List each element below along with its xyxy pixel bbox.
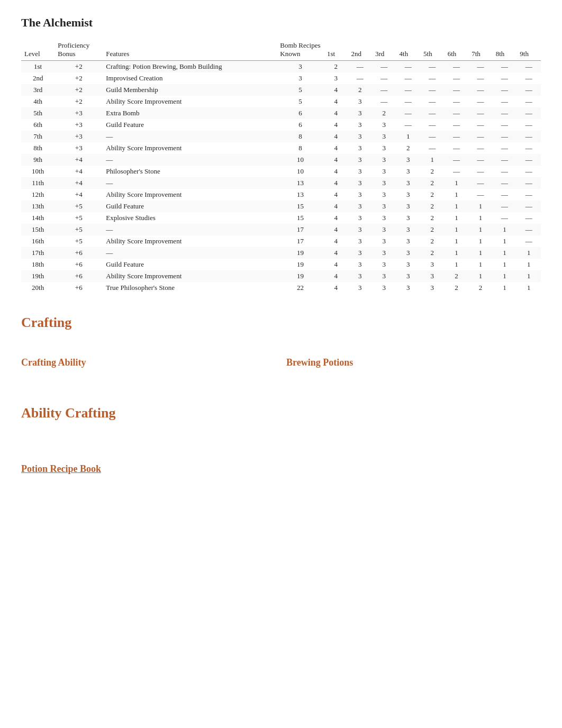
cell-spell-7: — xyxy=(468,84,493,96)
cell-spell-3: — xyxy=(372,84,396,96)
col-header-spell-1: 1st xyxy=(324,39,348,61)
cell-feature: Guild Feature xyxy=(103,259,277,270)
cell-spell-5: 3 xyxy=(420,270,445,282)
table-row: 3rd+2Guild Membership542——————— xyxy=(21,84,541,96)
cell-spell-1: 4 xyxy=(324,131,348,142)
cell-level: 12th xyxy=(21,189,55,201)
cell-spell-3: 3 xyxy=(372,259,396,270)
cell-level: 19th xyxy=(21,270,55,282)
table-row: 12th+4Ability Score Improvement13433321—… xyxy=(21,189,541,201)
cell-level: 8th xyxy=(21,142,55,154)
cell-spell-8: — xyxy=(493,154,517,166)
cell-spell-6: 1 xyxy=(445,177,469,189)
table-row: 9th+4—1043331———— xyxy=(21,154,541,166)
cell-bomb: 5 xyxy=(277,96,324,107)
cell-spell-8: — xyxy=(493,166,517,177)
table-row: 15th+5—1743332111— xyxy=(21,224,541,235)
table-row: 7th+3—84331————— xyxy=(21,131,541,142)
cell-prof: +3 xyxy=(55,119,103,131)
cell-spell-5: 2 xyxy=(420,235,445,247)
table-row: 10th+4Philosopher's Stone1043332———— xyxy=(21,166,541,177)
cell-spell-4: 3 xyxy=(396,166,421,177)
cell-spell-5: 3 xyxy=(420,259,445,270)
cell-prof: +4 xyxy=(55,189,103,201)
cell-level: 3rd xyxy=(21,84,55,96)
cell-prof: +5 xyxy=(55,224,103,235)
col-header-spell-6: 6th xyxy=(445,39,469,61)
cell-level: 20th xyxy=(21,282,55,294)
cell-spell-3: 3 xyxy=(372,189,396,201)
cell-spell-3: 3 xyxy=(372,177,396,189)
cell-spell-3: 3 xyxy=(372,131,396,142)
col-header-spell-2: 2nd xyxy=(348,39,372,61)
cell-spell-3: — xyxy=(372,72,396,84)
cell-spell-1: 4 xyxy=(324,96,348,107)
cell-level: 16th xyxy=(21,235,55,247)
cell-spell-3: — xyxy=(372,96,396,107)
cell-spell-3: — xyxy=(372,61,396,73)
cell-spell-1: 4 xyxy=(324,166,348,177)
cell-spell-5: 2 xyxy=(420,201,445,212)
cell-spell-8: — xyxy=(493,201,517,212)
cell-spell-2: 3 xyxy=(348,201,372,212)
cell-spell-7: 1 xyxy=(468,270,493,282)
cell-spell-6: — xyxy=(445,166,469,177)
cell-spell-7: 2 xyxy=(468,282,493,294)
table-row: 18th+6Guild Feature19433331111 xyxy=(21,259,541,270)
cell-bomb: 17 xyxy=(277,235,324,247)
cell-spell-2: 2 xyxy=(348,84,372,96)
table-row: 5th+3Extra Bomb6432—————— xyxy=(21,107,541,119)
cell-spell-7: 1 xyxy=(468,212,493,224)
cell-spell-8: — xyxy=(493,189,517,201)
cell-spell-2: 3 xyxy=(348,154,372,166)
cell-bomb: 22 xyxy=(277,282,324,294)
cell-level: 14th xyxy=(21,212,55,224)
cell-level: 7th xyxy=(21,131,55,142)
cell-feature: Philosopher's Stone xyxy=(103,166,277,177)
cell-spell-9: — xyxy=(516,177,541,189)
cell-spell-9: 1 xyxy=(516,259,541,270)
cell-spell-9: — xyxy=(516,96,541,107)
cell-spell-8: — xyxy=(493,107,517,119)
brewing-potions-heading: Brewing Potions xyxy=(286,357,541,368)
cell-spell-8: — xyxy=(493,131,517,142)
cell-prof: +3 xyxy=(55,131,103,142)
crafting-ability-heading: Crafting Ability xyxy=(21,357,276,368)
cell-feature: Ability Score Improvement xyxy=(103,96,277,107)
col-header-prof: Proficiency Bonus xyxy=(55,39,103,61)
cell-spell-8: 1 xyxy=(493,224,517,235)
cell-spell-7: — xyxy=(468,154,493,166)
cell-feature: — xyxy=(103,247,277,259)
cell-prof: +4 xyxy=(55,154,103,166)
cell-spell-9: — xyxy=(516,212,541,224)
cell-level: 6th xyxy=(21,119,55,131)
cell-spell-8: 1 xyxy=(493,270,517,282)
cell-spell-1: 4 xyxy=(324,177,348,189)
cell-spell-5: 2 xyxy=(420,212,445,224)
cell-feature: Improvised Creation xyxy=(103,72,277,84)
cell-feature: True Philosopher's Stone xyxy=(103,282,277,294)
cell-spell-3: 3 xyxy=(372,154,396,166)
cell-spell-2: 3 xyxy=(348,131,372,142)
cell-spell-4: 3 xyxy=(396,212,421,224)
cell-spell-4: — xyxy=(396,84,421,96)
cell-level: 1st xyxy=(21,61,55,73)
cell-spell-2: 3 xyxy=(348,282,372,294)
cell-spell-5: 2 xyxy=(420,224,445,235)
cell-prof: +2 xyxy=(55,96,103,107)
page-title: The Alchemist xyxy=(21,16,541,30)
cell-feature: Ability Score Improvement xyxy=(103,142,277,154)
cell-spell-9: — xyxy=(516,166,541,177)
cell-spell-8: 1 xyxy=(493,282,517,294)
cell-feature: — xyxy=(103,177,277,189)
cell-spell-4: — xyxy=(396,96,421,107)
cell-prof: +2 xyxy=(55,72,103,84)
cell-spell-6: — xyxy=(445,72,469,84)
cell-spell-7: — xyxy=(468,72,493,84)
cell-level: 4th xyxy=(21,96,55,107)
potion-recipe-book-link[interactable]: Potion Recipe Book xyxy=(21,463,541,475)
cell-bomb: 8 xyxy=(277,131,324,142)
crafting-subheadings: Crafting Ability Brewing Potions xyxy=(21,341,541,374)
cell-spell-1: 4 xyxy=(324,224,348,235)
cell-spell-1: 4 xyxy=(324,142,348,154)
